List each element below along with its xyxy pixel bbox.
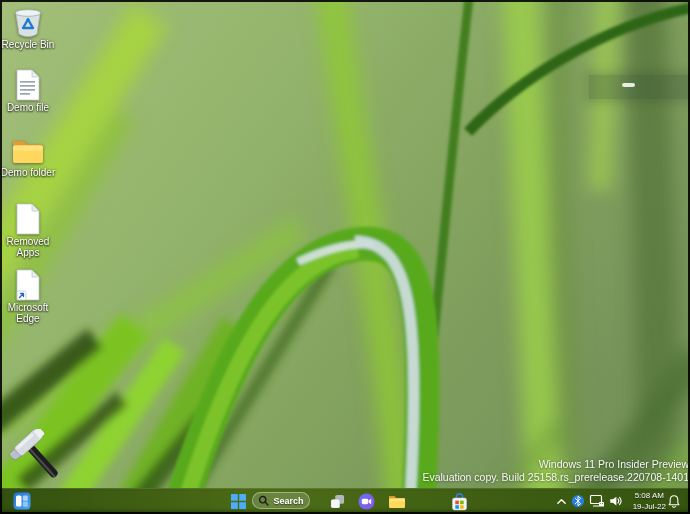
volume-button[interactable] [605,491,625,511]
folder-icon [388,494,406,509]
desktop-icon-label: Demo folder [1,168,55,179]
chevron-up-icon [556,496,567,507]
volume-icon [608,494,623,508]
desktop-icon-label: Microsoft Edge [0,303,56,324]
widgets-icon [13,492,31,510]
store-bag-icon [451,492,468,511]
store-button[interactable] [447,491,471,511]
watermark-line1: Windows 11 Pro Insider Preview [422,458,689,471]
start-button[interactable] [226,491,250,511]
chat-video-icon [358,493,375,510]
hammer-icon [9,429,67,483]
wallpaper-grass [0,0,690,514]
desktop-icon-recycle-bin[interactable]: Recycle Bin [0,5,56,51]
notifications-bell-icon [667,494,681,509]
blank-document-icon [15,203,41,235]
search-icon [258,495,269,506]
desktop-icon-label: Removed Apps [0,237,56,258]
file-explorer-button[interactable] [385,491,409,511]
task-view-icon [330,494,345,509]
blurred-region-highlight [622,83,635,87]
desktop-icon-removed-apps[interactable]: Removed Apps [0,203,56,258]
taskbar: Search [0,488,690,514]
desktop-icon-microsoft-edge[interactable]: Microsoft Edge [0,269,56,324]
watermark-line2: Evaluation copy. Build 25158.rs_prerelea… [422,471,689,484]
desktop-icon-label: Demo file [7,103,49,114]
clock[interactable]: 5:08 AM 19-Jul-22 [633,490,666,512]
widgets-button[interactable] [10,491,34,511]
network-button[interactable] [587,491,607,511]
desktop-icon-demo-folder[interactable]: Demo folder [0,137,56,179]
evaluation-watermark: Windows 11 Pro Insider Preview Evaluatio… [422,458,690,484]
bluetooth-icon [571,494,585,508]
blurred-region [589,75,690,99]
bluetooth-button[interactable] [569,491,587,511]
folder-icon [11,137,45,166]
show-hidden-icons-button[interactable] [552,491,570,511]
windows-desktop: Recycle Bin Demo file Demo folder Remove… [0,0,690,514]
windows-logo-icon [231,494,246,509]
notifications-button[interactable] [664,491,684,511]
desktop-icon-demo-file[interactable]: Demo file [0,69,56,114]
desktop-icon-label: Recycle Bin [2,40,55,51]
blank-document-shortcut-icon [15,269,41,301]
clock-date: 19-Jul-22 [633,501,666,512]
chat-button[interactable] [355,491,377,511]
document-icon [15,69,41,101]
ethernet-icon [589,494,605,508]
search-box[interactable]: Search [252,492,310,509]
clock-time: 5:08 AM [633,490,666,501]
task-view-button[interactable] [326,491,348,511]
search-label: Search [273,496,303,506]
recycle-bin-icon [12,5,44,38]
